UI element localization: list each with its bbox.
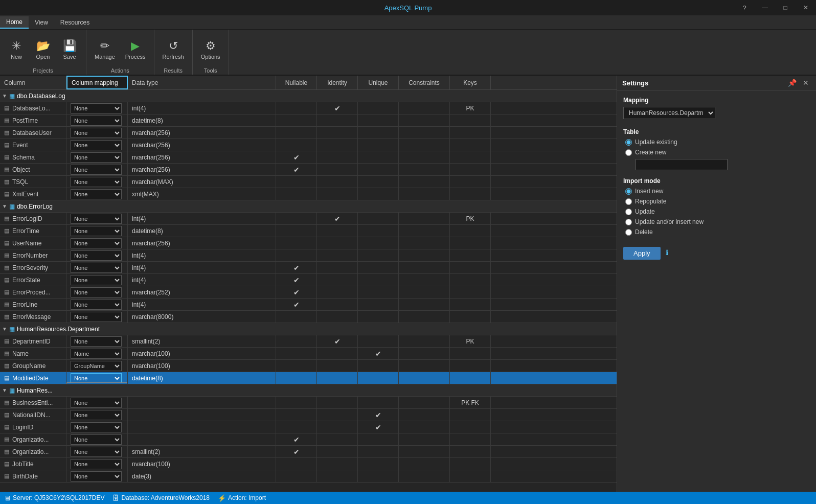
- cell-mapping[interactable]: None: [66, 274, 128, 286]
- cell-mapping[interactable]: None: [66, 286, 128, 298]
- th-datatype[interactable]: Data type: [128, 76, 276, 89]
- table-row[interactable]: ▤DatabaseLo... None int(4) ✔ PK: [0, 102, 617, 114]
- ribbon-btn-options[interactable]: ⚙ Options: [197, 35, 224, 64]
- mapping-select[interactable]: None: [71, 434, 122, 445]
- table-row[interactable]: ▤LoginID None ✔: [0, 421, 617, 433]
- table-row[interactable]: ▤ErrorState None int(4) ✔: [0, 274, 617, 286]
- radio-update-input[interactable]: [625, 209, 632, 215]
- cell-mapping[interactable]: None None DepartmentID Name GroupName Mo…: [66, 372, 128, 384]
- cell-mapping[interactable]: Name: [66, 348, 128, 359]
- table-row[interactable]: ▤NationalIDN... None ✔: [0, 409, 617, 421]
- table-row[interactable]: ▤XmlEvent None xml(MAX): [0, 188, 617, 200]
- cell-mapping[interactable]: None: [66, 335, 128, 347]
- radio-repopulate-input[interactable]: [625, 198, 632, 205]
- th-unique[interactable]: Unique: [358, 76, 399, 89]
- cell-mapping[interactable]: None: [66, 139, 128, 151]
- dropdown-option-none[interactable]: None: [67, 383, 128, 384]
- mapping-select-open[interactable]: None: [71, 373, 122, 383]
- radio-update-existing-input[interactable]: [625, 139, 632, 146]
- menu-resources[interactable]: Resources: [54, 17, 96, 28]
- ribbon-btn-save[interactable]: 💾 Save: [57, 35, 82, 64]
- menu-home[interactable]: Home: [0, 16, 29, 29]
- help-icon[interactable]: ?: [734, 0, 755, 15]
- th-identity[interactable]: Identity: [317, 76, 358, 89]
- ribbon-btn-open[interactable]: 📂 Open: [31, 35, 55, 64]
- mapping-select[interactable]: None: [71, 165, 122, 175]
- table-row[interactable]: ▤Schema None nvarchar(256) ✔: [0, 151, 617, 164]
- radio-update-or-insert-input[interactable]: [625, 219, 632, 225]
- cell-mapping[interactable]: None: [66, 409, 128, 421]
- cell-mapping[interactable]: None: [66, 433, 128, 445]
- radio-delete-input[interactable]: [625, 229, 632, 236]
- radio-insert-new-input[interactable]: [625, 188, 632, 195]
- table-row[interactable]: ▤Name Name nvarchar(100) ✔: [0, 348, 617, 360]
- mapping-select[interactable]: None: [71, 336, 122, 347]
- radio-create-new-input[interactable]: [625, 149, 632, 156]
- table-row[interactable]: ▤BusinessEnti... None PK FK: [0, 397, 617, 409]
- cell-mapping[interactable]: None: [66, 421, 128, 433]
- cell-mapping[interactable]: None: [66, 262, 128, 273]
- ribbon-btn-manage[interactable]: ✏ Manage: [90, 35, 119, 64]
- mapping-select[interactable]: None: [71, 398, 122, 408]
- info-icon[interactable]: ℹ: [666, 248, 668, 257]
- table-row[interactable]: ▤UserName None nvarchar(256): [0, 237, 617, 249]
- mapping-select[interactable]: None: [71, 300, 122, 310]
- mapping-select[interactable]: None: [71, 459, 122, 469]
- ribbon-btn-process[interactable]: ▶ Process: [121, 35, 150, 64]
- mapping-select[interactable]: None: [71, 250, 122, 261]
- mapping-select[interactable]: None: [71, 422, 122, 432]
- mapping-select[interactable]: None: [71, 214, 122, 224]
- maximize-button[interactable]: □: [775, 0, 796, 15]
- ribbon-btn-new[interactable]: ✳ New: [4, 35, 29, 64]
- mapping-select[interactable]: Name: [71, 349, 122, 359]
- th-nullable[interactable]: Nullable: [276, 76, 317, 89]
- group-row-databaselog[interactable]: ▼ ▦ dbo.DatabaseLog: [0, 90, 617, 102]
- table-row[interactable]: ▤ErrorLogID None int(4) ✔ PK: [0, 213, 617, 225]
- table-row[interactable]: ▤ErrorMessage None nvarchar(8000): [0, 311, 617, 323]
- mapping-select[interactable]: None: [71, 189, 122, 199]
- menu-view[interactable]: View: [29, 17, 54, 28]
- minimize-button[interactable]: —: [755, 0, 775, 15]
- mapping-select[interactable]: None: [71, 447, 122, 457]
- table-row[interactable]: ▤GroupName GroupName nvarchar(100): [0, 360, 617, 372]
- mapping-select[interactable]: None: [71, 140, 122, 150]
- mapping-select[interactable]: None: [71, 275, 122, 285]
- cell-mapping[interactable]: GroupName: [66, 360, 128, 372]
- cell-mapping[interactable]: None: [66, 102, 128, 114]
- table-row[interactable]: ▤Object None nvarchar(256) ✔: [0, 164, 617, 176]
- cell-mapping[interactable]: None: [66, 311, 128, 323]
- mapping-select[interactable]: GroupName: [71, 361, 122, 371]
- table-row[interactable]: ▤ErrorSeverity None int(4) ✔: [0, 262, 617, 274]
- cell-mapping[interactable]: None: [66, 164, 128, 175]
- pin-button[interactable]: 📌: [786, 79, 799, 87]
- cell-mapping[interactable]: None: [66, 114, 128, 126]
- table-row[interactable]: ▤DatabaseUser None nvarchar(256): [0, 127, 617, 139]
- table-row[interactable]: ▤JobTitle None nvarchar(100): [0, 458, 617, 470]
- cell-mapping[interactable]: None: [66, 458, 128, 470]
- cell-mapping[interactable]: None: [66, 151, 128, 163]
- apply-button[interactable]: Apply: [623, 247, 661, 260]
- cell-mapping[interactable]: None: [66, 249, 128, 261]
- th-keys[interactable]: Keys: [450, 76, 491, 89]
- close-button[interactable]: ✕: [796, 0, 816, 15]
- cell-mapping[interactable]: None: [66, 299, 128, 310]
- mapping-select[interactable]: None: [71, 152, 122, 163]
- mapping-select[interactable]: None: [71, 177, 122, 187]
- group-row-errorlog[interactable]: ▼ ▦ dbo.ErrorLog: [0, 200, 617, 213]
- mapping-select[interactable]: None: [71, 410, 122, 420]
- cell-mapping[interactable]: None: [66, 127, 128, 139]
- table-row[interactable]: ▤DepartmentID None smallint(2) ✔ PK: [0, 335, 617, 348]
- close-settings-button[interactable]: ✕: [801, 79, 811, 87]
- mapping-select[interactable]: None: [71, 226, 122, 236]
- table-row[interactable]: ▤ErrorNumber None int(4): [0, 249, 617, 262]
- mapping-select[interactable]: None: [71, 471, 122, 482]
- mapping-select[interactable]: None: [71, 287, 122, 297]
- table-row[interactable]: ▤TSQL None nvarchar(MAX): [0, 176, 617, 188]
- mapping-select[interactable]: None: [71, 238, 122, 248]
- cell-mapping[interactable]: None: [66, 225, 128, 237]
- table-row[interactable]: ▤ErrorLine None int(4) ✔: [0, 299, 617, 311]
- mapping-select[interactable]: None: [71, 103, 122, 113]
- mapping-dropdown[interactable]: HumanResources.Departme...: [623, 107, 715, 119]
- table-row[interactable]: ▤Organizatio... None ✔: [0, 433, 617, 446]
- create-new-input[interactable]: [636, 159, 728, 170]
